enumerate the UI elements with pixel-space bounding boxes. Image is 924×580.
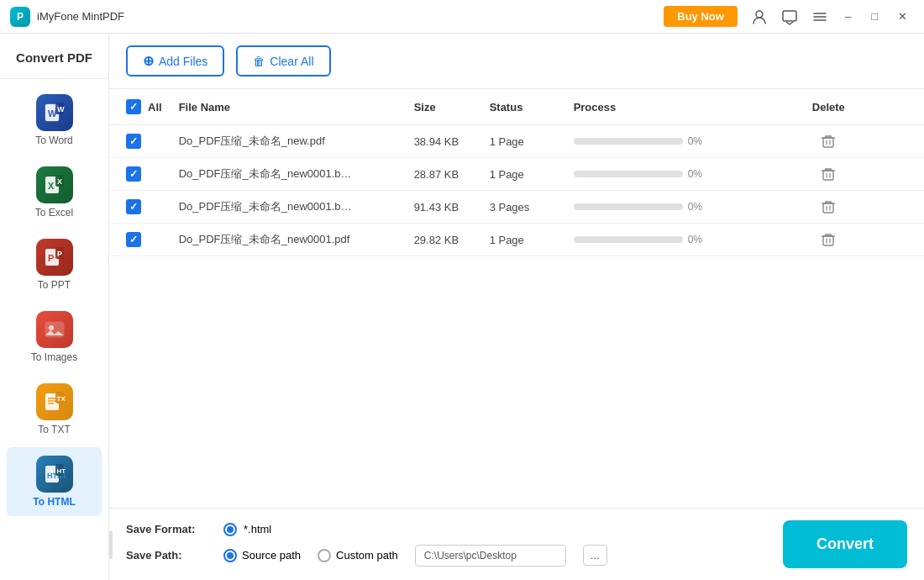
table-row: Do_PDF压缩_未命名_new0001.b… 91.43 KB 3 Pages… bbox=[109, 191, 924, 224]
word-icon: W W bbox=[36, 94, 73, 131]
trash-icon: 🗑 bbox=[253, 55, 265, 68]
row-size: 28.87 KB bbox=[406, 158, 481, 191]
custom-path-label: Custom path bbox=[336, 549, 398, 562]
row-checkbox-cell bbox=[109, 191, 171, 224]
source-path-option[interactable]: Source path bbox=[223, 549, 301, 562]
sidebar-item-images-label: To Images bbox=[31, 351, 77, 363]
path-input[interactable] bbox=[415, 545, 566, 567]
source-path-radio[interactable] bbox=[223, 549, 237, 562]
sidebar-item-txt-label: To TXT bbox=[38, 424, 70, 435]
path-browse-button[interactable]: ... bbox=[583, 545, 607, 566]
edge-indicator bbox=[109, 530, 113, 559]
svg-text:P: P bbox=[57, 250, 62, 258]
select-all-checkbox[interactable] bbox=[126, 99, 141, 114]
row-delete-cell bbox=[733, 158, 924, 191]
svg-rect-37 bbox=[823, 171, 833, 180]
row-filename: Do_PDF压缩_未命名_new0001.b… bbox=[171, 191, 406, 224]
custom-path-option[interactable]: Custom path bbox=[318, 549, 398, 562]
row-checkbox-3[interactable] bbox=[126, 232, 141, 247]
row-status: 1 Page bbox=[481, 125, 565, 158]
row-size: 91.43 KB bbox=[406, 191, 481, 224]
table-row: Do_PDF压缩_未命名_new0001.b… 28.87 KB 1 Page … bbox=[109, 158, 924, 191]
row-filename: Do_PDF压缩_未命名_new.pdf bbox=[171, 125, 406, 158]
minimize-button[interactable]: – bbox=[838, 7, 858, 26]
svg-rect-44 bbox=[823, 203, 833, 213]
progress-pct-2: 0% bbox=[688, 201, 702, 213]
sidebar-item-html-label: To HTML bbox=[33, 496, 75, 508]
save-format-label: Save Format: bbox=[126, 523, 210, 535]
svg-text:X: X bbox=[57, 177, 62, 186]
save-path-label: Save Path: bbox=[126, 549, 210, 562]
sidebar-item-ppt[interactable]: P P To PPT bbox=[7, 230, 102, 299]
sidebar-item-txt[interactable]: TXT To TXT bbox=[7, 375, 102, 444]
sidebar-item-excel[interactable]: X X To Excel bbox=[7, 158, 102, 227]
custom-path-radio[interactable] bbox=[318, 549, 331, 562]
svg-rect-30 bbox=[823, 138, 833, 147]
main-content: ⊕ Add Files 🗑 Clear All All bbox=[109, 34, 924, 580]
txt-icon: TXT bbox=[36, 383, 73, 420]
row-checkbox-2[interactable] bbox=[126, 199, 141, 214]
format-radio-group: *.html bbox=[223, 523, 271, 536]
delete-button-2[interactable] bbox=[742, 199, 916, 214]
svg-rect-51 bbox=[823, 236, 833, 245]
html-icon: HTML HTM bbox=[36, 456, 73, 493]
col-checkbox: All bbox=[109, 89, 171, 125]
delete-button-0[interactable] bbox=[742, 134, 916, 149]
row-checkbox-1[interactable] bbox=[126, 166, 141, 182]
app-body: Convert PDF W W To Word X X bbox=[0, 34, 924, 580]
row-status: 1 Page bbox=[481, 224, 565, 256]
row-size: 29.82 KB bbox=[406, 224, 481, 256]
file-list-area: All File Name Size Status Process Delete… bbox=[109, 89, 924, 508]
progress-pct-3: 0% bbox=[688, 234, 702, 245]
path-options: Source path Custom path ... bbox=[223, 545, 607, 567]
toolbar: ⊕ Add Files 🗑 Clear All bbox=[109, 34, 924, 89]
col-size: Size bbox=[406, 89, 481, 125]
sidebar-item-html[interactable]: HTML HTM To HTML bbox=[7, 447, 102, 516]
progress-pct-1: 0% bbox=[688, 168, 702, 180]
format-value: *.html bbox=[244, 523, 271, 535]
row-process: 0% bbox=[565, 125, 733, 158]
row-filename: Do_PDF压缩_未命名_new0001.pdf bbox=[171, 224, 406, 256]
delete-button-1[interactable] bbox=[742, 166, 916, 182]
excel-icon: X X bbox=[36, 166, 73, 203]
delete-button-3[interactable] bbox=[742, 232, 916, 247]
sidebar-item-ppt-label: To PPT bbox=[38, 279, 71, 291]
sidebar-item-images[interactable]: To Images bbox=[7, 303, 102, 372]
chat-icon[interactable] bbox=[778, 5, 801, 29]
file-table: All File Name Size Status Process Delete… bbox=[109, 89, 924, 256]
buy-now-button[interactable]: Buy Now bbox=[664, 6, 738, 27]
col-status: Status bbox=[481, 89, 565, 125]
row-process: 0% bbox=[565, 224, 733, 256]
format-radio-selected[interactable] bbox=[223, 523, 237, 536]
bottom-left: Save Format: *.html Save Path: Source pa… bbox=[126, 523, 758, 567]
window-controls: – □ ✕ bbox=[748, 5, 914, 29]
col-filename: File Name bbox=[171, 89, 406, 125]
row-process: 0% bbox=[565, 191, 733, 224]
path-row: Save Path: Source path Custom path ... bbox=[126, 545, 758, 567]
convert-button[interactable]: Convert bbox=[783, 520, 907, 568]
account-icon[interactable] bbox=[748, 5, 771, 29]
format-row: Save Format: *.html bbox=[126, 523, 758, 536]
row-delete-cell bbox=[733, 191, 924, 224]
row-delete-cell bbox=[733, 224, 924, 256]
sidebar-header: Convert PDF bbox=[0, 42, 108, 79]
images-icon bbox=[36, 311, 73, 348]
sidebar-item-word[interactable]: W W To Word bbox=[7, 86, 102, 155]
maximize-button[interactable]: □ bbox=[864, 7, 885, 26]
row-checkbox-0[interactable] bbox=[126, 134, 141, 149]
plus-icon: ⊕ bbox=[143, 53, 154, 69]
menu-icon[interactable] bbox=[808, 5, 832, 29]
close-button[interactable]: ✕ bbox=[891, 7, 914, 26]
svg-point-0 bbox=[756, 11, 763, 18]
table-row: Do_PDF压缩_未命名_new.pdf 38.94 KB 1 Page 0% bbox=[109, 125, 924, 158]
row-checkbox-cell bbox=[109, 158, 171, 191]
add-files-button[interactable]: ⊕ Add Files bbox=[126, 45, 224, 76]
ppt-icon: P P bbox=[36, 239, 73, 276]
svg-text:TXT: TXT bbox=[56, 395, 66, 403]
clear-all-button[interactable]: 🗑 Clear All bbox=[236, 45, 330, 76]
sidebar-item-word-label: To Word bbox=[35, 134, 72, 146]
svg-text:W: W bbox=[57, 105, 65, 113]
sidebar: Convert PDF W W To Word X X bbox=[0, 34, 109, 580]
row-checkbox-cell bbox=[109, 125, 171, 158]
svg-text:HTM: HTM bbox=[56, 467, 66, 475]
